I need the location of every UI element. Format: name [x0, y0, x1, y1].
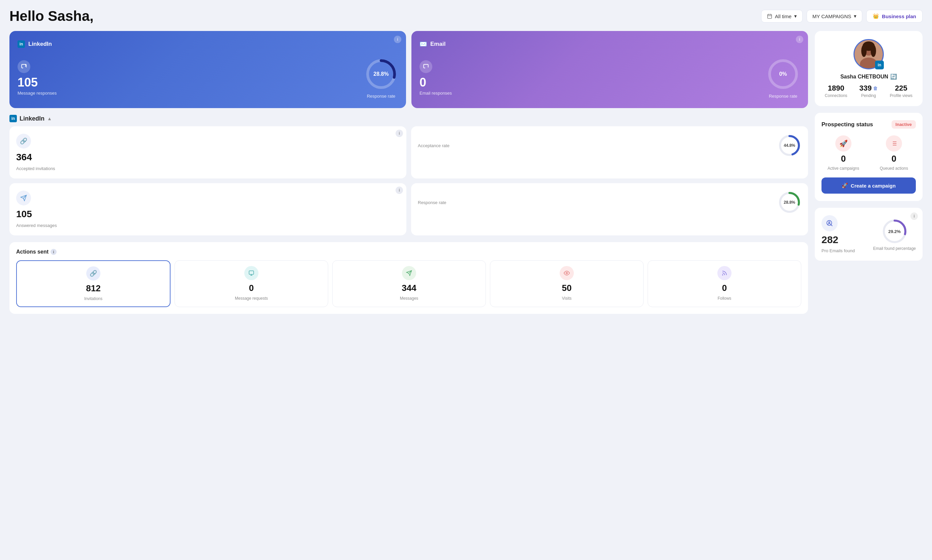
linkedin-response-rate-text: 28.8% — [373, 71, 388, 77]
action-message-requests-card[interactable]: 0 Message requests — [174, 260, 328, 307]
email-found-info-button[interactable]: i — [910, 212, 918, 220]
action-messages-card[interactable]: 344 Messages — [332, 260, 486, 307]
email-info-button[interactable]: i — [796, 36, 803, 43]
email-stats-card: i ✉️ Email 0 Email responses — [411, 31, 808, 108]
email-card-stats: 0 Email responses 0% Response rate — [419, 57, 800, 98]
accepted-invitations-number: 364 — [16, 152, 400, 163]
invitations-icon: 🔗 — [16, 134, 31, 149]
svg-line-34 — [831, 225, 832, 226]
svg-point-26 — [871, 45, 876, 57]
profile-views-stat: 225 Profile views — [890, 84, 912, 98]
invitations-label: Invitations — [84, 296, 102, 301]
create-campaign-label: Create a campaign — [851, 183, 896, 189]
answered-messages-label: Answered messages — [16, 223, 400, 228]
actions-sent-info[interactable]: i — [51, 249, 57, 255]
calendar-icon — [767, 14, 772, 19]
actions-sent-title: Actions sent — [16, 249, 49, 255]
connections-number: 1890 — [828, 84, 844, 92]
send-icon — [20, 195, 27, 202]
campaign-filter-label: MY CAMPAIGNS — [812, 14, 851, 19]
response-rate-circle: 28.8% — [778, 191, 801, 214]
linkedin-responses-label: Message responses — [17, 91, 57, 95]
prospecting-status-card: Prospecting status Inactive 🚀 0 Active c… — [815, 113, 923, 201]
visits-label: Visits — [562, 296, 572, 301]
prospecting-header: Prospecting status Inactive — [821, 120, 916, 129]
accepted-invitations-card: i 🔗 364 Accepted invitations — [9, 126, 407, 178]
acceptance-rate-label: Acceptance rate — [418, 143, 450, 148]
trash-icon[interactable]: 🗑 — [873, 86, 878, 91]
message-requests-label: Message requests — [235, 296, 268, 301]
rocket-icon: 🚀 — [842, 183, 848, 189]
profile-views-number: 225 — [895, 84, 907, 92]
left-column: i in LinkedIn 105 Message responses — [9, 31, 808, 314]
prospecting-title: Prospecting status — [821, 121, 873, 128]
email-found-pct-label: Email found percentage — [873, 246, 916, 251]
pending-stat: 339 🗑 Pending — [859, 84, 878, 98]
search-person-icon — [826, 220, 833, 227]
email-responses-number: 0 — [419, 77, 426, 89]
message-icon — [248, 270, 254, 276]
reply-icon — [21, 64, 27, 70]
email-found-stats: 282 Pro Emails found 29.2% Email found p… — [821, 215, 916, 253]
action-invitations-card[interactable]: 🔗 812 Invitations — [16, 260, 171, 307]
page-title: Hello Sasha, — [9, 8, 94, 24]
business-plan-button[interactable]: 👑 Business plan — [866, 10, 923, 23]
campaign-filter-button[interactable]: MY CAMPAIGNS ▾ — [807, 10, 862, 23]
main-grid: i in LinkedIn 105 Message responses — [9, 31, 923, 314]
email-found-label: Pro Emails found — [821, 248, 855, 253]
acceptance-rate-text: 44.8% — [784, 143, 795, 148]
active-campaigns-label: Active campaigns — [827, 166, 859, 171]
svg-point-20 — [722, 275, 723, 275]
answered-msg-info[interactable]: i — [396, 186, 403, 194]
linkedin-card-title: LinkedIn — [28, 41, 52, 48]
acceptance-rate-inner: Acceptance rate 44.8% — [418, 134, 801, 157]
accepted-inv-info[interactable]: i — [396, 130, 403, 137]
header-controls: All time ▾ MY CAMPAIGNS ▾ 👑 Business pla… — [761, 10, 923, 23]
create-campaign-button[interactable]: 🚀 Create a campaign — [821, 177, 916, 194]
email-icon: ✉️ — [419, 40, 427, 48]
visits-count: 50 — [562, 283, 572, 293]
email-responses-icon-circle — [419, 60, 432, 73]
actions-sent-section: Actions sent i 🔗 812 Invitations 0 Messa… — [9, 242, 808, 314]
linkedin-response-rate-stat: 28.8% Response rate — [364, 57, 398, 98]
email-response-rate-text: 0% — [779, 71, 787, 77]
right-column: in Sasha CHETBOUN 🔄 1890 Connections 339… — [815, 31, 923, 314]
linkedin-stats-grid: i 🔗 364 Accepted invitations Acceptance … — [9, 126, 808, 235]
queued-actions-label: Queued actions — [880, 166, 908, 171]
pending-with-icon: 339 🗑 — [859, 84, 878, 92]
acceptance-rate-left: Acceptance rate — [418, 143, 450, 148]
crown-icon: 👑 — [873, 13, 879, 19]
profile-name-text: Sasha CHETBOUN — [840, 74, 888, 80]
eye-icon — [564, 270, 570, 276]
message-requests-action-icon — [244, 266, 259, 280]
email-found-icon — [821, 215, 838, 231]
svg-point-25 — [861, 45, 867, 57]
action-follows-card[interactable]: 0 Follows — [648, 260, 801, 307]
rss-icon — [721, 270, 727, 276]
response-rate-text: 28.8% — [784, 200, 795, 205]
queue-icon — [890, 140, 897, 147]
time-filter-button[interactable]: All time ▾ — [761, 10, 803, 23]
svg-point-35 — [829, 222, 830, 223]
linkedin-info-button[interactable]: i — [394, 36, 401, 43]
prospecting-stats: 🚀 0 Active campaigns 0 Queued actions — [821, 135, 916, 171]
linkedin-responses-stat: 105 Message responses — [17, 60, 57, 95]
email-pct-text: 29.2% — [888, 229, 901, 234]
invitations-count: 812 — [86, 283, 100, 294]
action-visits-card[interactable]: 50 Visits — [490, 260, 644, 307]
answered-messages-card: i 105 Answered messages — [9, 183, 407, 235]
email-found-left: 282 Pro Emails found — [821, 215, 855, 253]
profile-views-label: Profile views — [890, 93, 912, 98]
message-requests-count: 0 — [249, 283, 254, 293]
email-responses-stat: 0 Email responses — [419, 60, 452, 95]
avatar-wrapper: in — [853, 39, 884, 69]
messages-icon — [16, 191, 31, 205]
follows-label: Follows — [718, 296, 732, 301]
response-rate-left: Response rate — [418, 200, 447, 205]
visits-action-icon — [560, 266, 574, 280]
linkedin-icon: in — [17, 40, 25, 48]
answered-messages-number: 105 — [16, 209, 400, 220]
email-found-card: i 282 Pro Emails found — [815, 208, 923, 261]
queued-actions-stat: 0 Queued actions — [872, 135, 916, 171]
linkedin-avatar-badge: in — [875, 61, 884, 69]
